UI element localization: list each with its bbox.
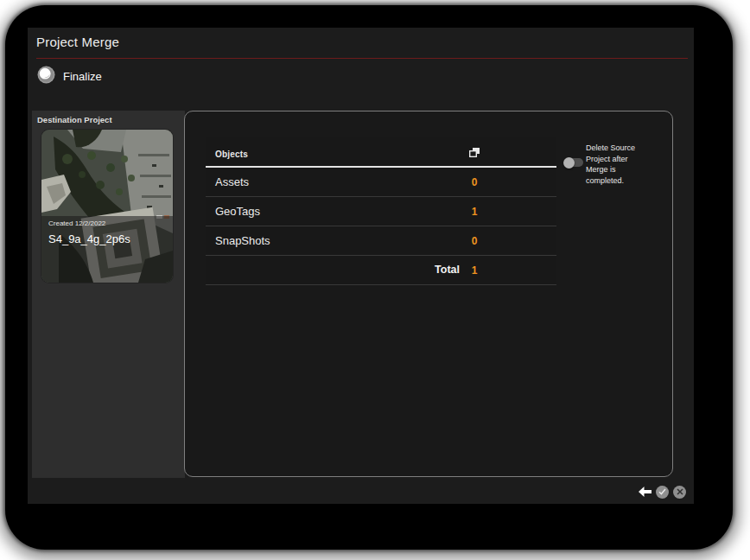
thumbnail-scrim: Created 12/2/2022 S4_9a_4g_2p6s <box>41 216 173 283</box>
row-count: 1 <box>463 206 486 218</box>
objects-table-header: Objects <box>206 137 556 168</box>
confirm-check-icon[interactable] <box>656 486 669 499</box>
row-count: 0 <box>463 176 486 188</box>
merge-summary-panel: Objects Assets 0 GeoTags 1 <box>184 111 673 477</box>
objects-table: Objects Assets 0 GeoTags 1 <box>206 137 556 285</box>
cancel-x-icon[interactable] <box>673 486 686 499</box>
sidebar-heading: Destination Project <box>37 115 112 124</box>
row-label: Assets <box>215 175 249 188</box>
row-count: 0 <box>463 235 486 247</box>
table-row-assets: Assets 0 <box>206 168 556 197</box>
project-merge-dialog: Project Merge Finalize Destination Proje… <box>28 28 694 504</box>
header-divider <box>36 58 688 59</box>
dialog-title: Project Merge <box>36 35 119 49</box>
copy-objects-icon <box>463 146 486 162</box>
table-row-geotags: GeoTags 1 <box>206 197 556 226</box>
table-row-total: Total 1 <box>206 256 556 285</box>
toggle-knob <box>563 157 575 169</box>
wizard-step-label: Finalize <box>63 70 102 83</box>
project-created-date: Created 12/2/2022 <box>48 220 105 227</box>
destination-project-card[interactable]: Created 12/2/2022 S4_9a_4g_2p6s <box>41 130 173 283</box>
row-label: SnapShots <box>215 234 270 247</box>
delete-source-label: Delete Source Project after Merge is com… <box>586 143 645 186</box>
table-row-snapshots: SnapShots 0 <box>206 226 556 256</box>
project-name: S4_9a_4g_2p6s <box>48 232 130 245</box>
back-arrow-icon[interactable] <box>639 487 651 497</box>
delete-source-toggle[interactable] <box>565 158 583 167</box>
row-label: GeoTags <box>215 205 260 218</box>
footer-actions <box>639 485 686 499</box>
total-label: Total <box>435 264 460 276</box>
wizard-step-finalize: Finalize <box>37 67 102 86</box>
total-count: 1 <box>463 264 486 277</box>
finalize-sphere-icon <box>37 66 55 87</box>
screenshot-stage: Project Merge Finalize Destination Proje… <box>0 0 750 560</box>
objects-column-header: Objects <box>215 150 248 159</box>
destination-project-sidebar: Destination Project <box>32 111 185 478</box>
